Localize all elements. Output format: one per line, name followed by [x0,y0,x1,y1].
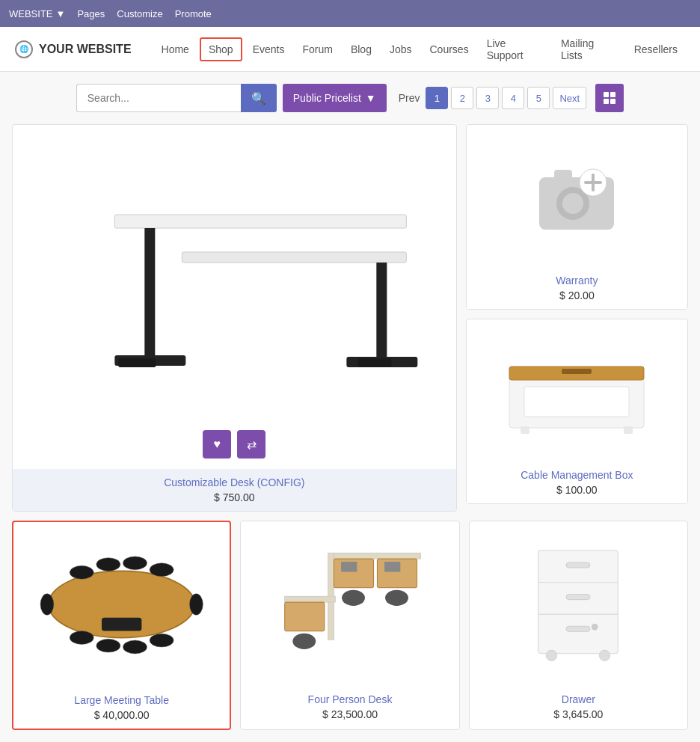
meeting-table-name[interactable]: Large Meeting Table [24,694,219,706]
drawer-price: $ 3,645.00 [480,708,677,720]
page-1[interactable]: 1 [426,87,448,109]
camera-placeholder-svg [532,159,621,233]
svg-point-30 [150,634,174,647]
nav-links: Home Shop Events Forum Blog Jobs Courses… [154,33,685,66]
page-2[interactable]: 2 [451,87,473,109]
main-content: 🔍 Public Pricelist ▼ Prev 1 2 3 4 5 Next [0,72,700,742]
warranty-name[interactable]: Warranty [477,275,677,286]
svg-point-41 [293,634,316,649]
meeting-table-image [13,522,230,687]
logo-icon: 🌐 [15,40,33,58]
svg-point-31 [40,594,54,615]
svg-rect-19 [624,426,633,434]
pricelist-dropdown-icon: ▼ [366,92,376,104]
meeting-table-svg [28,537,215,672]
cable-management-price: $ 100.00 [477,484,677,496]
drawer-name[interactable]: Drawer [480,693,677,705]
warranty-image [467,125,687,267]
compare-button[interactable]: ⇄ [237,430,265,459]
nav-home[interactable]: Home [154,39,197,60]
cable-management-name[interactable]: Cable Management Box [477,469,677,481]
svg-rect-0 [114,215,406,228]
warranty-price: $ 20.00 [477,289,677,301]
product-actions: ♥ ⇄ [203,430,265,459]
logo[interactable]: 🌐 YOUR WEBSITE [15,40,132,58]
large-product-name[interactable]: Customizable Desk (CONFIG) [23,476,446,488]
svg-rect-2 [144,228,155,363]
svg-point-52 [600,650,610,660]
nav-events[interactable]: Events [245,39,292,60]
svg-rect-6 [118,358,156,367]
svg-rect-43 [384,562,400,572]
meeting-table-card: Large Meeting Table $ 40,000.00 [12,521,231,730]
svg-rect-42 [341,562,357,572]
four-person-desk-card: Four Person Desk $ 23,500.00 [240,521,459,730]
svg-rect-11 [554,170,572,180]
warranty-card: Warranty $ 20.00 [466,124,688,310]
large-product-card: ♥ ⇄ Customizable Desk (CONFIG) $ 750.00 [12,124,457,512]
svg-point-26 [150,563,174,577]
website-label: WEBSITE [9,8,53,19]
four-person-desk-price: $ 23,500.00 [251,708,448,720]
nav-live-support[interactable]: Live Support [479,33,550,66]
cable-management-info: Cable Management Box $ 100.00 [467,462,687,503]
drawer-image [470,521,687,686]
svg-rect-34 [334,553,421,559]
warranty-info: Warranty $ 20.00 [467,267,687,309]
website-menu[interactable]: WEBSITE ▼ [9,8,65,19]
desk-svg [28,155,441,439]
nav-blog[interactable]: Blog [343,39,379,60]
four-person-desk-info: Four Person Desk $ 23,500.00 [241,686,458,728]
svg-point-51 [547,650,557,660]
meeting-table-price: $ 40,000.00 [24,709,219,721]
four-person-desk-svg [256,536,443,671]
four-person-desk-name[interactable]: Four Person Desk [251,693,448,705]
small-cards-column: Warranty $ 20.00 [466,124,688,512]
grid-icon [604,92,615,104]
customize-link[interactable]: Customize [117,8,162,19]
svg-rect-48 [566,595,590,600]
svg-point-28 [96,639,120,652]
svg-rect-35 [285,596,336,602]
svg-point-39 [342,590,365,606]
page-4[interactable]: 4 [502,87,524,109]
svg-point-40 [385,590,408,606]
promote-link[interactable]: Promote [175,8,212,19]
pricelist-button[interactable]: Public Pricelist ▼ [283,84,387,112]
svg-rect-4 [376,263,387,367]
wishlist-button[interactable]: ♥ [203,430,231,459]
nav-resellers[interactable]: Resellers [627,39,685,60]
cable-management-image [467,319,687,462]
large-product-info: Customizable Desk (CONFIG) $ 750.00 [13,469,456,511]
svg-rect-49 [566,626,590,631]
search-container: 🔍 [76,84,277,112]
svg-rect-38 [285,602,325,631]
four-person-desk-image [241,521,458,686]
nav-mailing-lists[interactable]: Mailing Lists [553,33,624,66]
svg-point-10 [562,193,583,214]
svg-rect-7 [357,358,391,367]
nav-courses[interactable]: Courses [423,39,476,60]
svg-rect-22 [102,618,141,631]
svg-point-23 [70,565,93,579]
nav-forum[interactable]: Forum [295,39,340,60]
svg-point-32 [189,594,203,615]
next-label[interactable]: Next [553,87,586,109]
product-grid-top: ♥ ⇄ Customizable Desk (CONFIG) $ 750.00 [12,124,688,512]
pages-link[interactable]: Pages [77,8,105,19]
svg-rect-47 [566,562,590,568]
page-5[interactable]: 5 [527,87,550,109]
admin-bar: WEBSITE ▼ Pages Customize Promote [0,0,700,27]
grid-view-button[interactable] [595,84,624,112]
logo-text: YOUR WEBSITE [39,43,132,56]
svg-rect-1 [182,252,406,263]
svg-rect-17 [562,369,592,374]
page-3[interactable]: 3 [476,87,499,109]
nav-shop[interactable]: Shop [200,37,242,61]
svg-rect-20 [524,387,629,417]
search-button[interactable]: 🔍 [241,84,277,112]
svg-point-50 [592,624,598,631]
search-input[interactable] [76,84,241,112]
drawer-svg [518,536,638,671]
nav-jobs[interactable]: Jobs [382,39,420,60]
